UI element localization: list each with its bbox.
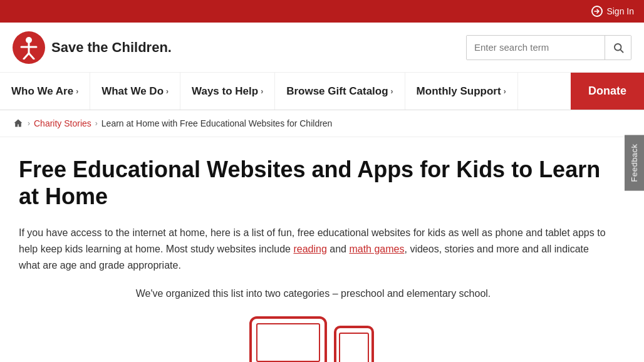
donate-button[interactable]: Donate [571,73,644,110]
feedback-tab[interactable]: Feedback [625,135,644,191]
breadcrumb-charity-stories-link[interactable]: Charity Stories [34,118,91,128]
logo-link[interactable]: Save the Children. [13,31,172,64]
page-title: Free Educational Websites and Apps for K… [19,156,608,210]
nav-item-monthly-support[interactable]: Monthly Support › [405,73,518,110]
main-content: Free Educational Websites and Apps for K… [0,137,626,362]
breadcrumb-separator-2: › [95,119,98,128]
nav-item-ways-to-help[interactable]: Ways to Help › [180,73,275,110]
nav-item-who-we-are[interactable]: Who We Are › [0,73,90,110]
top-bar: Sign In [0,0,644,23]
chevron-down-icon-what-we-do: › [166,87,169,96]
chevron-down-icon-who-we-are: › [76,87,78,96]
nav-bar: Who We Are › What We Do › Ways to Help ›… [0,73,644,110]
svg-rect-10 [340,333,368,362]
chevron-down-icon-ways-to-help: › [261,87,263,96]
nav-spacer [518,73,571,110]
nav-label-who-we-are: Who We Are [11,85,73,98]
logo-circle [13,31,45,64]
search-input[interactable] [467,35,605,60]
breadcrumb: › Charity Stories › Learn at Home with F… [0,110,644,137]
tablet-illustration [244,314,382,362]
math-games-link[interactable]: math games [349,244,404,254]
reading-link[interactable]: reading [293,244,326,254]
sign-in-link[interactable]: Sign In [591,6,634,17]
header: Save the Children. [0,23,644,73]
search-button[interactable] [605,35,631,60]
breadcrumb-home-link[interactable] [13,118,24,129]
svg-rect-9 [335,327,373,362]
nav-label-ways-to-help: Ways to Help [192,85,258,98]
logo-figure [18,36,39,59]
chevron-down-icon-monthly-support: › [504,87,506,96]
nav-item-what-we-do[interactable]: What We Do › [90,73,180,110]
feedback-label: Feedback [630,144,639,182]
logo-text: Save the Children. [51,39,172,56]
svg-line-6 [620,49,623,52]
search-area [466,35,631,60]
sign-in-label: Sign In [606,6,634,16]
intro-paragraph: If you have access to the internet at ho… [19,225,608,273]
chevron-down-icon-browse-gift-catalog: › [391,87,393,96]
sign-in-icon [591,6,603,17]
nav-label-what-we-do: What We Do [101,85,164,98]
nav-item-browse-gift-catalog[interactable]: Browse Gift Catalog › [275,73,405,110]
svg-line-3 [24,53,29,59]
donate-label: Donate [588,85,626,98]
nav-label-browse-gift-catalog: Browse Gift Catalog [286,85,388,98]
svg-line-4 [29,53,34,59]
intro-text-middle: and [327,244,350,254]
organized-paragraph: We've organized this list into two categ… [19,286,608,302]
illustration-area [19,314,608,362]
nav-label-monthly-support: Monthly Support [417,85,501,98]
breadcrumb-current-page: Learn at Home with Free Educational Webs… [101,118,333,128]
svg-rect-8 [257,324,319,361]
breadcrumb-separator-1: › [28,119,30,128]
